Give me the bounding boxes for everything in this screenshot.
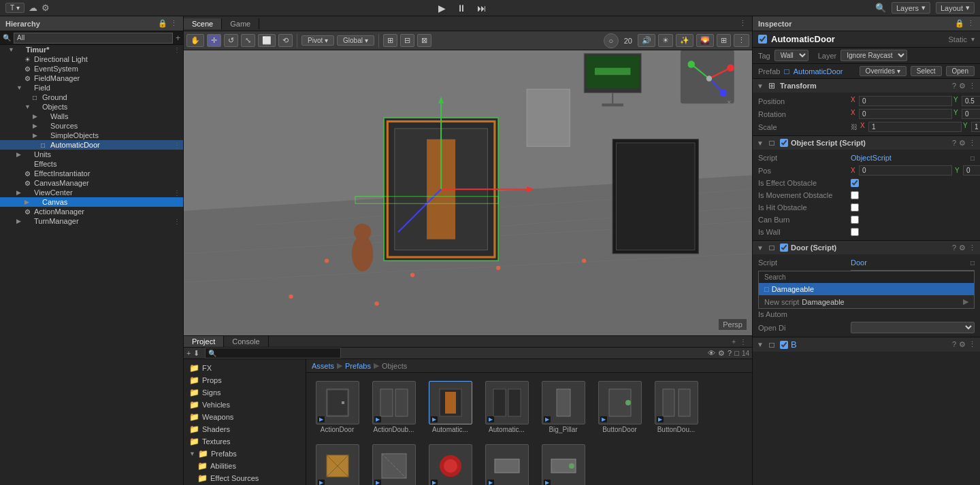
hierarchy-icon-lock[interactable]: 🔒 (158, 19, 167, 28)
search-icon[interactable]: 🔍 (875, 3, 886, 13)
breadcrumb-prefabs[interactable]: Prefabs (345, 362, 371, 370)
sky-btn[interactable]: 🌄 (696, 34, 714, 47)
scale-link-icon[interactable]: ⛓ (851, 123, 858, 131)
rot-x-input[interactable] (859, 109, 952, 119)
rot-y-input[interactable] (962, 109, 980, 119)
account-btn[interactable]: T ▾ (5, 3, 24, 13)
render-btn[interactable]: ☀ (658, 34, 673, 47)
scale-tool-btn[interactable]: ⤡ (241, 34, 255, 47)
view-options-btn[interactable]: ⋮ (734, 34, 749, 47)
asset-big-pillar[interactable]: ▶ Big_Pillar (538, 378, 589, 436)
search-result-damageable[interactable]: □ Damageable (759, 283, 974, 295)
door-script-link[interactable]: Door (851, 258, 966, 267)
tree-item-simpleobjects[interactable]: ▶ SimpleObjects (0, 131, 183, 140)
open-btn[interactable]: Open (946, 66, 975, 76)
asset-wall-with-bu[interactable]: ▶ WallWithBu... (538, 441, 589, 485)
tree-item-objects[interactable]: ▼ Objects (0, 102, 183, 112)
step-btn[interactable]: ⏭ (474, 3, 489, 14)
script-link[interactable]: ObjectScript (851, 154, 966, 162)
inspector-lock-icon[interactable]: 🔒 (955, 19, 964, 28)
comp-b-checkbox[interactable] (780, 341, 788, 349)
asset-wall[interactable]: ▶ Wall (481, 441, 532, 485)
objscript-checkbox[interactable] (780, 139, 788, 147)
doorscript-help-icon[interactable]: ? (952, 244, 956, 252)
folder-weapons[interactable]: 📁 Weapons (184, 411, 306, 423)
can-burn-checkbox[interactable] (851, 216, 859, 224)
tree-item-effects[interactable]: Effects (0, 159, 183, 169)
layer-dropdown[interactable]: Ignore Raycast (840, 50, 907, 61)
doorscript-settings-icon[interactable]: ⚙ (959, 244, 966, 252)
door-script-header[interactable]: ▼ □ Door (Script) ? ⚙ ⋮ (753, 241, 980, 254)
tab-project[interactable]: Project (184, 336, 224, 347)
viewcenter-dots[interactable]: ⋮ (174, 189, 183, 197)
is-hit-obstacle-checkbox[interactable] (851, 203, 859, 212)
tab-game[interactable]: Game (222, 18, 259, 29)
folder-prefabs[interactable]: ▼ 📁 Prefabs (184, 448, 306, 460)
cloud-icon[interactable]: ☁ (29, 3, 37, 13)
global-btn[interactable]: Global ▾ (337, 35, 374, 46)
overrides-btn[interactable]: Overrides ▾ (860, 66, 906, 76)
scene-menu-icon[interactable]: ⋮ (734, 19, 752, 28)
objscript-more-icon[interactable]: ⋮ (968, 139, 976, 148)
tree-item-timur[interactable]: ▼ Timur* ⋮ (0, 45, 183, 54)
tree-item-field[interactable]: ▼ Field (0, 83, 183, 93)
asset-effect-source[interactable]: ▶ EffectSour... (425, 441, 476, 485)
tree-item-viewcenter[interactable]: ▶ ViewCenter ⋮ (0, 188, 183, 197)
folder-effect-sources[interactable]: 📁 Effect Sources (184, 472, 306, 484)
transform-comp-header[interactable]: ▼ ⊞ Transform ? ⚙ ⋮ (753, 79, 980, 93)
add-asset-icon[interactable]: + (732, 338, 736, 346)
tree-item-canvasmgr[interactable]: ⚙ CanvasManager (0, 178, 183, 188)
tree-item-fieldmgr[interactable]: ⚙ FieldManager (0, 73, 183, 83)
is-wall-checkbox[interactable] (851, 228, 859, 236)
folder-vehicles[interactable]: 📁 Vehicles (184, 399, 306, 411)
pos-2d-y-input[interactable] (963, 165, 980, 175)
project-add-btn[interactable]: + (186, 349, 191, 357)
transform-help-icon[interactable]: ? (952, 82, 956, 90)
gizmo-icon-btn[interactable]: ○ (604, 33, 619, 48)
tree-item-canvas[interactable]: ▶ Canvas (0, 197, 183, 207)
pos-x-input[interactable] (859, 96, 952, 106)
doorscript-checkbox[interactable] (780, 244, 788, 252)
transform-more-icon[interactable]: ⋮ (968, 82, 976, 90)
comp-b-settings-icon[interactable]: ⚙ (959, 340, 966, 349)
fx-btn[interactable]: ✨ (676, 34, 693, 47)
tree-item-eventsys[interactable]: ⚙ EventSystem (0, 64, 183, 73)
asset-button-dou[interactable]: ▶ ButtonDou... (651, 378, 702, 436)
scale-y-input[interactable] (971, 122, 980, 132)
settings-icon[interactable]: ⚙ (42, 3, 50, 13)
pos-y-input[interactable] (962, 96, 980, 106)
folder-shaders[interactable]: 📁 Shaders (184, 423, 306, 435)
move-tool-btn[interactable]: ✛ (207, 34, 221, 47)
pivot-btn[interactable]: Pivot ▾ (301, 35, 334, 46)
tree-item-effectinstantiator[interactable]: ⚙ EffectInstantiator (0, 169, 183, 178)
project-import-btn[interactable]: ⬇ (193, 349, 199, 358)
turnmgr-dots[interactable]: ⋮ (174, 218, 183, 225)
folder-fx[interactable]: 📁 FX (184, 362, 306, 374)
project-eye-btn[interactable]: 👁 (708, 349, 715, 357)
objscript-settings-icon[interactable]: ⚙ (959, 139, 966, 148)
scale-x-input[interactable] (868, 122, 962, 132)
asset-action-door[interactable]: ▶ ActionDoor (312, 378, 363, 436)
hand-tool-btn[interactable]: ✋ (186, 34, 204, 47)
tree-item-sources[interactable]: ▶ Sources (0, 121, 183, 131)
asset-automatic2[interactable]: ▶ Automatic... (481, 378, 532, 436)
inspector-menu-icon[interactable]: ⋮ (967, 19, 975, 28)
overlay-btn[interactable]: ⊞ (717, 34, 731, 47)
is-movement-obstacle-checkbox[interactable] (851, 191, 859, 199)
folder-signs[interactable]: 📁 Signs (184, 386, 306, 399)
layers-dropdown[interactable]: Layers ▾ (892, 2, 930, 14)
tag-dropdown[interactable]: Wall (774, 50, 808, 61)
grid-settings-btn[interactable]: ⊞ (383, 34, 397, 47)
grid-snap-btn[interactable]: ⊟ (400, 34, 414, 47)
tab-console[interactable]: Console (224, 336, 268, 347)
pause-btn[interactable]: ⏸ (454, 3, 469, 14)
rect-tool-btn[interactable]: ⬜ (258, 34, 276, 47)
scene-canvas[interactable]: × Persp (184, 50, 752, 335)
project-menu-icon[interactable]: ⋮ (740, 338, 747, 346)
object-script-header[interactable]: ▼ □ Object Script (Script) ? ⚙ ⋮ (753, 136, 980, 150)
hierarchy-search-input[interactable] (14, 33, 173, 44)
project-help-btn[interactable]: ? (728, 349, 732, 357)
comp-b-help-icon[interactable]: ? (952, 340, 956, 349)
grid-toggle-btn[interactable]: ⊠ (417, 34, 431, 47)
tab-scene[interactable]: Scene (184, 18, 222, 29)
